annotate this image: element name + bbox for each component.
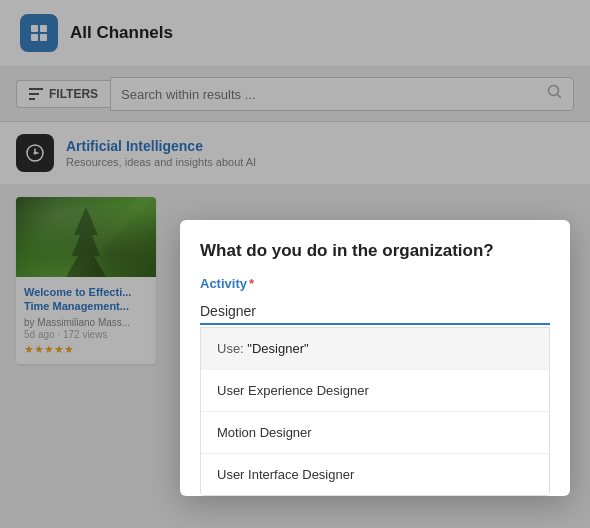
modal-title: What do you do in the organization? <box>200 240 550 262</box>
activity-input[interactable] <box>200 299 550 325</box>
option-label-1: User Experience Designer <box>217 383 369 398</box>
dropdown-suggestions: Use: "Designer" User Experience Designer… <box>200 327 550 496</box>
modal-body: Activity* Use: "Designer" User Experienc… <box>180 276 570 496</box>
dropdown-item-1[interactable]: User Experience Designer <box>201 370 549 412</box>
dropdown-use-option[interactable]: Use: "Designer" <box>201 328 549 370</box>
modal-dialog: What do you do in the organization? Acti… <box>180 220 570 496</box>
modal-header: What do you do in the organization? <box>180 220 570 276</box>
required-indicator: * <box>249 276 254 291</box>
activity-label: Activity* <box>200 276 550 291</box>
option-label-2: Motion Designer <box>217 425 312 440</box>
modal-overlay: What do you do in the organization? Acti… <box>0 0 590 528</box>
dropdown-item-3[interactable]: User Interface Designer <box>201 454 549 495</box>
dropdown-item-2[interactable]: Motion Designer <box>201 412 549 454</box>
option-label-3: User Interface Designer <box>217 467 354 482</box>
use-option-label: Use: "Designer" <box>217 341 309 356</box>
